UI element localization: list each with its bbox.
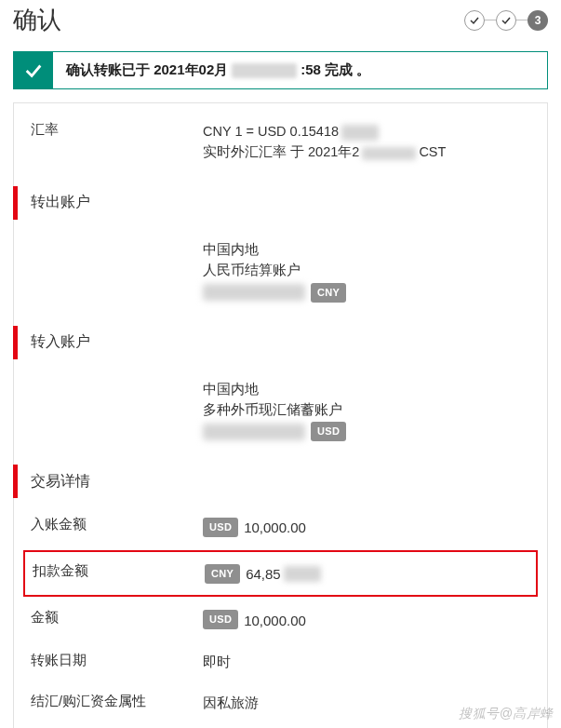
label-purpose: 结汇/购汇资金属性 <box>31 693 203 713</box>
rate-time-prefix: 实时外汇汇率 于 2021年2 <box>203 144 359 159</box>
check-icon <box>23 61 44 81</box>
rate-value: CNY 1 = USD 0.15418 <box>203 124 339 139</box>
row-amount: 金额 USD10,000.00 <box>14 599 547 641</box>
redacted <box>284 566 321 582</box>
redacted <box>362 147 416 160</box>
section-title-from: 转出账户 <box>18 193 90 212</box>
value-exchange-rate: CNY 1 = USD 0.15418 实时外汇汇率 于 2021年2CST <box>203 121 530 163</box>
from-region: 中国内地 <box>203 239 530 260</box>
value-purpose: 因私旅游 <box>203 693 530 713</box>
rate-time-suffix: CST <box>419 144 446 159</box>
row-reference: 交易编号 938366 <box>14 724 547 728</box>
page-title: 确认 <box>13 4 61 36</box>
highlight-debit: 扣款金额 CNY64,85 <box>23 550 538 597</box>
currency-pill: CNY <box>205 564 240 584</box>
label-credit: 入账金额 <box>31 516 203 538</box>
alert-text-suffix: :58 完成 。 <box>301 61 370 79</box>
redacted-account-no <box>203 424 305 440</box>
currency-pill: USD <box>311 422 346 441</box>
row-transfer-date: 转账日期 即时 <box>14 641 547 682</box>
row-exchange-rate: 汇率 CNY 1 = USD 0.15418 实时外汇汇率 于 2021年2CS… <box>14 109 547 175</box>
label-date: 转账日期 <box>31 652 203 672</box>
section-title-to: 转入账户 <box>18 332 90 352</box>
page-header: 确认 3 <box>0 0 561 46</box>
success-icon-box <box>14 52 53 88</box>
currency-pill: CNY <box>311 283 346 303</box>
redacted-account-no <box>203 284 305 301</box>
success-alert: 确认转账已于 2021年02月 :58 完成 。 <box>13 51 548 89</box>
row-purpose: 结汇/购汇资金属性 因私旅游 <box>14 682 547 723</box>
check-icon <box>501 15 512 26</box>
to-region: 中国内地 <box>203 379 530 399</box>
value-debit: CNY64,85 <box>205 562 528 585</box>
row-credit-amount: 入账金额 USD10,000.00 <box>14 506 547 548</box>
step-separator <box>516 20 528 21</box>
section-from-account: 转出账户 <box>14 179 547 227</box>
currency-pill: USD <box>203 610 238 629</box>
step-3-current: 3 <box>528 10 548 31</box>
alert-message: 确认转账已于 2021年02月 :58 完成 。 <box>53 52 383 88</box>
check-icon <box>469 15 480 26</box>
step-1-done <box>464 10 485 31</box>
label-amount: 金额 <box>31 609 203 631</box>
currency-pill: USD <box>203 518 238 537</box>
row-from-details: 中国内地 人民币结算账户 CNY <box>14 227 547 315</box>
label-exchange-rate: 汇率 <box>31 121 203 163</box>
step-2-done <box>496 10 516 31</box>
from-account-type: 人民币结算账户 <box>203 260 530 280</box>
redacted-date <box>232 63 297 78</box>
to-account-type: 多种外币现汇储蓄账户 <box>203 399 530 420</box>
section-to-account: 转入账户 <box>14 318 547 367</box>
section-tx-details: 交易详情 <box>14 457 547 506</box>
from-account-details: 中国内地 人民币结算账户 CNY <box>203 239 530 303</box>
row-to-details: 中国内地 多种外币现汇储蓄账户 USD <box>14 367 547 454</box>
value-date: 即时 <box>203 652 530 672</box>
value-credit: USD10,000.00 <box>203 516 530 538</box>
amount-text: 64,85 <box>246 566 281 582</box>
step-indicator: 3 <box>464 10 548 31</box>
value-amount: USD10,000.00 <box>203 609 530 631</box>
section-title-details: 交易详情 <box>18 472 90 492</box>
amount-text: 10,000.00 <box>244 612 306 627</box>
alert-text-prefix: 确认转账已于 2021年02月 <box>66 61 228 79</box>
redacted <box>341 125 379 141</box>
amount-text: 10,000.00 <box>244 519 306 535</box>
details-panel: 汇率 CNY 1 = USD 0.15418 实时外汇汇率 于 2021年2CS… <box>13 102 548 728</box>
row-debit-amount: 扣款金额 CNY64,85 <box>25 552 536 595</box>
label-debit: 扣款金额 <box>33 562 205 585</box>
to-account-details: 中国内地 多种外币现汇储蓄账户 USD <box>203 379 530 442</box>
step-separator <box>485 20 496 21</box>
